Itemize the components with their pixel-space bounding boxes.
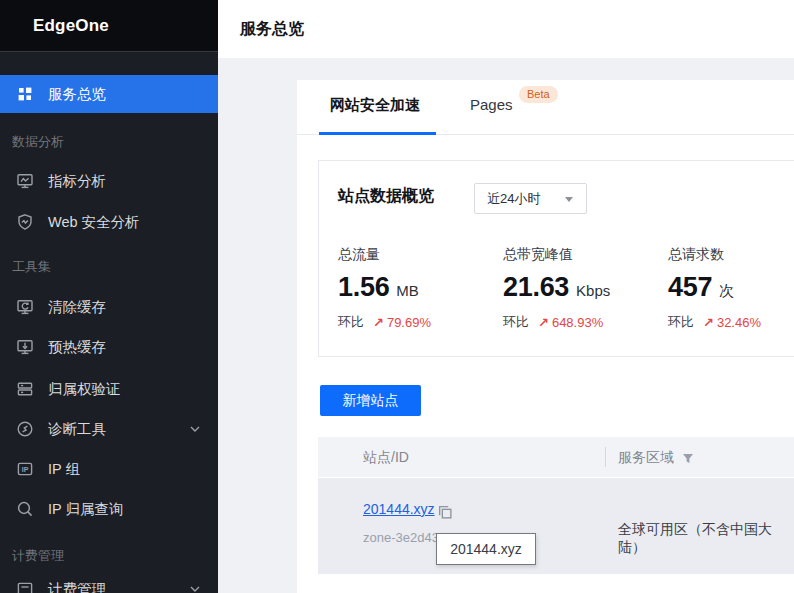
trend-up-arrow-icon: ↗ <box>373 315 384 330</box>
sidebar-item-ip-group[interactable]: IP IP 组 <box>0 450 218 488</box>
tab-site-acceleration[interactable]: 网站安全加速 <box>330 96 420 115</box>
stat-label: 总请求数 <box>668 246 761 264</box>
topbar: 服务总览 <box>218 0 794 58</box>
tab-pages[interactable]: Pages <box>470 96 513 113</box>
compare-label: 环比 <box>338 313 364 331</box>
sidebar-item-label: IP 归属查询 <box>48 500 123 519</box>
stat-compare: 环比 ↗648.93% <box>503 313 610 331</box>
sidebar-item-label: 归属权验证 <box>48 380 121 399</box>
web-security-shield-icon <box>16 213 34 231</box>
stat-unit: 次 <box>719 282 734 301</box>
edgeone-logo: EdgeOne <box>33 16 109 36</box>
stat-value: 457 次 <box>668 272 761 302</box>
active-tab-underline <box>319 132 436 135</box>
chevron-down-icon <box>190 586 200 592</box>
copy-tooltip: 201444.xyz <box>436 533 536 565</box>
stat-total-requests: 总请求数 457 次 环比 ↗32.46% <box>668 246 761 331</box>
change-percent: 648.93% <box>552 315 603 330</box>
column-divider <box>605 447 606 467</box>
stat-unit: MB <box>396 282 419 299</box>
trend-up-arrow-icon: ↗ <box>703 315 714 330</box>
stats-panel-title: 站点数据概览 <box>338 186 434 207</box>
stat-label: 总流量 <box>338 246 431 264</box>
sidebar-item-web-security-analysis[interactable]: Web 安全分析 <box>0 203 218 241</box>
caret-down-icon <box>565 197 573 202</box>
stat-value: 1.56 MB <box>338 272 431 302</box>
time-range-value: 近24小时 <box>487 184 540 213</box>
sidebar-item-label: IP 组 <box>48 460 80 479</box>
beta-badge: Beta <box>519 86 558 103</box>
stat-label: 总带宽峰值 <box>503 246 610 264</box>
sidebar-section-toolset: 工具集 <box>12 258 212 276</box>
sidebar-item-prewarm-cache[interactable]: 预热缓存 <box>0 328 218 366</box>
sidebar-section-data-analysis: 数据分析 <box>12 133 212 151</box>
stat-peak-bandwidth: 总带宽峰值 21.63 Kbps 环比 ↗648.93% <box>503 246 610 331</box>
sidebar-item-service-overview[interactable]: 服务总览 <box>0 75 218 113</box>
sidebar-item-metrics-analysis[interactable]: 指标分析 <box>0 162 218 200</box>
logo-band: EdgeOne <box>0 0 218 52</box>
dashboard-grid-icon <box>16 85 34 103</box>
prewarm-cache-icon <box>16 338 34 356</box>
chevron-down-icon <box>190 426 200 432</box>
site-domain-link[interactable]: 201444.xyz <box>363 501 435 517</box>
add-site-button[interactable]: 新增站点 <box>320 385 421 416</box>
purge-cache-icon <box>16 298 34 316</box>
ip-group-icon: IP <box>16 460 34 478</box>
stat-number: 1.56 <box>338 272 389 302</box>
sidebar-item-label: 诊断工具 <box>48 420 106 439</box>
copy-icon[interactable] <box>437 504 453 520</box>
column-header-label: 服务区域 <box>618 449 674 467</box>
sidebar: EdgeOne 服务总览 数据分析 指标分析 Web 安全分析 工具集 <box>0 0 218 593</box>
stat-unit: Kbps <box>576 282 610 299</box>
stat-total-traffic: 总流量 1.56 MB 环比 ↗79.69% <box>338 246 431 331</box>
zone-id-text: zone-3e2d43 <box>363 530 439 545</box>
filter-funnel-icon[interactable] <box>682 453 694 464</box>
sidebar-item-ownership-verification[interactable]: 归属权验证 <box>0 370 218 408</box>
sidebar-item-label: 指标分析 <box>48 172 106 191</box>
svg-text:IP: IP <box>22 466 29 473</box>
sidebar-item-label: 计费管理 <box>48 580 106 593</box>
change-percent: 79.69% <box>387 315 431 330</box>
sidebar-item-label: 服务总览 <box>48 85 106 104</box>
column-header-service-region: 服务区域 <box>618 449 694 467</box>
trend-up-arrow-icon: ↗ <box>538 315 549 330</box>
sidebar-item-purge-cache[interactable]: 清除缓存 <box>0 288 218 326</box>
ownership-server-icon <box>16 380 34 398</box>
compare-label: 环比 <box>503 313 529 331</box>
sidebar-item-diagnostic-tools[interactable]: 诊断工具 <box>0 410 218 448</box>
compare-label: 环比 <box>668 313 694 331</box>
stat-number: 457 <box>668 272 712 302</box>
stat-value: 21.63 Kbps <box>503 272 610 302</box>
billing-icon <box>16 580 34 593</box>
column-header-site-id: 站点/ID <box>363 449 409 467</box>
stat-compare: 环比 ↗32.46% <box>668 313 761 331</box>
sidebar-section-billing: 计费管理 <box>12 547 212 565</box>
sidebar-item-billing-management[interactable]: 计费管理 <box>0 570 218 593</box>
metrics-monitor-icon <box>16 172 34 190</box>
edgeone-console-page: EdgeOne 服务总览 数据分析 指标分析 Web 安全分析 工具集 <box>0 0 794 593</box>
stat-number: 21.63 <box>503 272 569 302</box>
sidebar-item-label: Web 安全分析 <box>48 213 140 232</box>
service-region-value: 全球可用区（不含中国大陆） <box>618 521 794 557</box>
stat-compare: 环比 ↗79.69% <box>338 313 431 331</box>
diagnostic-compass-icon <box>16 420 34 438</box>
sidebar-item-label: 清除缓存 <box>48 298 106 317</box>
time-range-select[interactable]: 近24小时 <box>474 183 587 214</box>
sidebar-item-ip-lookup[interactable]: IP 归属查询 <box>0 490 218 528</box>
page-title: 服务总览 <box>240 0 304 58</box>
change-percent: 32.46% <box>717 315 761 330</box>
ip-lookup-search-icon <box>16 500 34 518</box>
sidebar-item-label: 预热缓存 <box>48 338 106 357</box>
